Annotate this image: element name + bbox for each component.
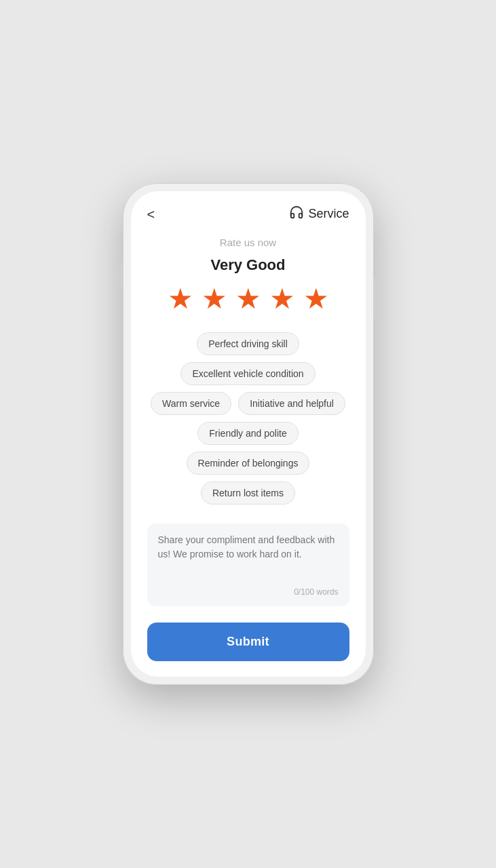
star-3[interactable]: ★	[235, 285, 261, 313]
tag-warm-service[interactable]: Warm service	[151, 392, 231, 415]
headset-icon	[289, 205, 304, 223]
tags-container: Perfect driving skill Excellent vehicle …	[147, 332, 349, 505]
tag-return-lost[interactable]: Return lost items	[201, 481, 295, 505]
submit-button[interactable]: Submit	[147, 623, 349, 661]
feedback-box: 0/100 words	[147, 524, 349, 606]
tag-friendly[interactable]: Friendly and polite	[197, 422, 298, 445]
stars-row: ★ ★ ★ ★ ★	[147, 285, 349, 313]
tag-perfect-driving[interactable]: Perfect driving skill	[197, 332, 299, 355]
phone-frame: < Service Rate us now Very Good ★ ★ ★	[123, 183, 374, 685]
star-1[interactable]: ★	[168, 285, 193, 313]
header-title: Service	[308, 207, 349, 221]
feedback-textarea[interactable]	[158, 533, 339, 580]
star-4[interactable]: ★	[269, 285, 295, 313]
star-2[interactable]: ★	[202, 285, 227, 313]
header-right: Service	[289, 205, 349, 223]
star-5[interactable]: ★	[303, 285, 329, 313]
rate-label: Rate us now	[147, 237, 349, 248]
rating-text: Very Good	[147, 256, 349, 274]
tag-excellent-vehicle[interactable]: Excellent vehicle condition	[180, 362, 315, 385]
main-content: Rate us now Very Good ★ ★ ★ ★ ★ Perfect …	[131, 230, 366, 677]
tag-reminder[interactable]: Reminder of belongings	[187, 452, 310, 475]
phone-screen: < Service Rate us now Very Good ★ ★ ★	[131, 191, 366, 677]
back-button[interactable]: <	[147, 208, 155, 221]
header: < Service	[131, 191, 366, 230]
tag-initiative[interactable]: Initiative and helpful	[238, 392, 345, 415]
word-count: 0/100 words	[158, 587, 339, 597]
